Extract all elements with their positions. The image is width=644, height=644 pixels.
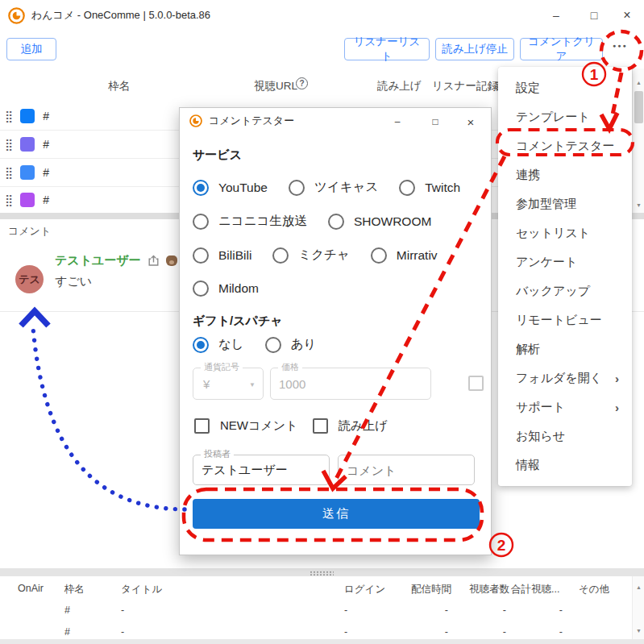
listener-list-button[interactable]: リスナーリスト bbox=[344, 38, 430, 60]
frame-color-swatch[interactable] bbox=[20, 137, 35, 152]
radio-icon[interactable] bbox=[193, 337, 209, 353]
radio-icon[interactable] bbox=[265, 337, 281, 353]
menu-item-survey[interactable]: アンケート bbox=[498, 247, 632, 276]
drag-handle-icon[interactable]: ⣿ bbox=[5, 110, 13, 122]
more-menu-popup: 設定 テンプレート コメントテスター 連携 参加型管理 セットリスト アンケート… bbox=[498, 67, 632, 486]
checkbox-icon[interactable] bbox=[313, 418, 328, 434]
stream-table-header: OnAir 枠名 タイトル ログイン 配信時間 視聴者数 合計視聴... その他 bbox=[0, 576, 632, 600]
menu-item-analysis[interactable]: 解析 bbox=[498, 334, 632, 364]
dropdown-arrow-icon: ▼ bbox=[249, 381, 256, 388]
column-header-reading: 読み上げ bbox=[377, 79, 422, 93]
scroll-down-icon[interactable]: ▼ bbox=[633, 199, 644, 211]
frame-name: # bbox=[43, 166, 49, 179]
radio-mirrativ[interactable]: Mirrativ bbox=[371, 247, 438, 264]
onecomme-logo-icon bbox=[8, 7, 25, 24]
radio-twitch[interactable]: Twitch bbox=[399, 180, 460, 196]
cell-frame: # bbox=[64, 605, 70, 616]
cell-login: - bbox=[344, 605, 347, 616]
menu-item-settings[interactable]: 設定 bbox=[498, 73, 632, 102]
price-field[interactable]: 価格 bbox=[270, 368, 431, 400]
radio-gift-none[interactable]: なし bbox=[193, 336, 244, 353]
menu-item-integration[interactable]: 連携 bbox=[498, 160, 632, 189]
stream-row[interactable]: # - - - - - bbox=[0, 621, 632, 640]
menu-item-support[interactable]: サポート› bbox=[498, 393, 632, 422]
column-header-frame: 枠名 bbox=[64, 583, 85, 596]
menu-item-setlist[interactable]: セットリスト bbox=[498, 218, 632, 247]
close-button[interactable]: × bbox=[615, 5, 639, 26]
comment-text: すごい bbox=[55, 274, 92, 289]
radio-mildom[interactable]: Mildom bbox=[193, 280, 259, 297]
scroll-down-icon[interactable]: ▼ bbox=[633, 625, 644, 637]
pin-comment-icon[interactable] bbox=[147, 255, 160, 267]
radio-niconico[interactable]: ニコニコ生放送 bbox=[193, 213, 307, 230]
radio-mixch[interactable]: ミクチャ bbox=[272, 247, 349, 264]
column-header-duration: 配信時間 bbox=[411, 583, 451, 596]
comment-field[interactable] bbox=[338, 455, 475, 485]
reading-label: 読み上げ bbox=[339, 418, 388, 434]
stream-table-scrollbar[interactable]: ▲ ▼ bbox=[632, 576, 644, 639]
reading-checkbox-row[interactable]: 読み上げ bbox=[313, 418, 388, 434]
radio-icon[interactable] bbox=[371, 247, 387, 264]
scroll-up-icon[interactable]: ▲ bbox=[633, 581, 644, 593]
frame-color-swatch[interactable] bbox=[20, 193, 35, 207]
stream-row[interactable]: # - - - - - bbox=[0, 600, 632, 622]
dialog-close-button[interactable]: × bbox=[459, 112, 482, 131]
radio-twicas[interactable]: ツイキャス bbox=[289, 179, 378, 196]
frame-color-swatch[interactable] bbox=[20, 165, 35, 180]
menu-item-news[interactable]: お知らせ bbox=[498, 422, 632, 451]
radio-icon[interactable] bbox=[193, 214, 209, 230]
checkbox-icon[interactable] bbox=[194, 418, 210, 434]
menu-item-participation[interactable]: 参加型管理 bbox=[498, 189, 632, 218]
frame-table-scrollbar[interactable]: ▲ ▼ bbox=[632, 69, 644, 213]
drag-handle-icon[interactable]: ⣿ bbox=[5, 167, 13, 178]
maximize-button[interactable]: □ bbox=[582, 5, 606, 26]
radio-icon[interactable] bbox=[328, 214, 344, 230]
new-comment-checkbox-row[interactable]: NEWコメント bbox=[194, 418, 297, 434]
dialog-maximize-button[interactable]: □ bbox=[424, 112, 447, 131]
more-menu-button[interactable]: ●●● bbox=[613, 43, 628, 48]
radio-icon[interactable] bbox=[399, 180, 415, 196]
submenu-arrow-icon: › bbox=[615, 372, 619, 385]
stop-reading-button[interactable]: 読み上げ停止 bbox=[435, 38, 514, 60]
radio-gift-some[interactable]: あり bbox=[265, 336, 317, 353]
send-button[interactable]: 送信 bbox=[193, 499, 480, 529]
minimize-button[interactable]: – bbox=[544, 5, 568, 26]
gift-extra-checkbox[interactable] bbox=[468, 376, 484, 391]
radio-bilibili[interactable]: BiliBili bbox=[193, 247, 251, 264]
dialog-minimize-button[interactable]: – bbox=[386, 112, 409, 131]
radio-icon[interactable] bbox=[193, 180, 209, 196]
menu-item-template[interactable]: テンプレート bbox=[498, 102, 632, 131]
scroll-up-icon[interactable]: ▲ bbox=[633, 77, 644, 89]
drag-handle-icon[interactable]: ⣿ bbox=[5, 139, 13, 150]
radio-youtube[interactable]: YouTube bbox=[193, 180, 268, 196]
divider-drag-handle[interactable] bbox=[310, 571, 334, 575]
menu-item-backup[interactable]: バックアップ bbox=[498, 276, 632, 305]
menu-item-remote-view[interactable]: リモートビュー bbox=[498, 305, 632, 334]
price-input[interactable] bbox=[279, 368, 422, 399]
cell-login: - bbox=[344, 626, 347, 638]
menu-item-open-folder[interactable]: フォルダを開く› bbox=[498, 364, 632, 393]
new-comment-label: NEWコメント bbox=[220, 418, 297, 434]
radio-icon[interactable] bbox=[193, 247, 209, 264]
help-icon[interactable]: ? bbox=[296, 77, 308, 89]
menu-item-info[interactable]: 情報 bbox=[498, 451, 632, 480]
radio-icon[interactable] bbox=[193, 280, 209, 297]
menu-item-comment-tester[interactable]: コメントテスター bbox=[498, 131, 632, 160]
currency-select[interactable]: 通貨記号 ¥ ▼ bbox=[193, 368, 264, 400]
author-field[interactable]: 投稿者 bbox=[193, 455, 330, 485]
comment-tester-dialog: コメントテスター – □ × サービス YouTube ツイキャス Twitch… bbox=[179, 107, 492, 555]
frame-color-swatch[interactable] bbox=[20, 109, 35, 123]
clear-comments-button[interactable]: コメントクリア bbox=[520, 38, 603, 60]
radio-icon[interactable] bbox=[272, 247, 289, 264]
column-header-login: ログイン bbox=[344, 583, 385, 596]
radio-icon[interactable] bbox=[289, 180, 305, 196]
scrollbar-thumb[interactable] bbox=[634, 91, 643, 123]
dialog-title: コメントテスター bbox=[209, 114, 294, 128]
author-input[interactable] bbox=[202, 455, 321, 484]
cell-total: - bbox=[516, 605, 563, 616]
radio-showroom[interactable]: SHOWROOM bbox=[328, 214, 431, 230]
frame-name: # bbox=[43, 110, 49, 123]
drag-handle-icon[interactable]: ⣿ bbox=[5, 194, 13, 206]
comment-input[interactable] bbox=[347, 455, 466, 484]
add-button[interactable]: 追加 bbox=[6, 38, 56, 60]
